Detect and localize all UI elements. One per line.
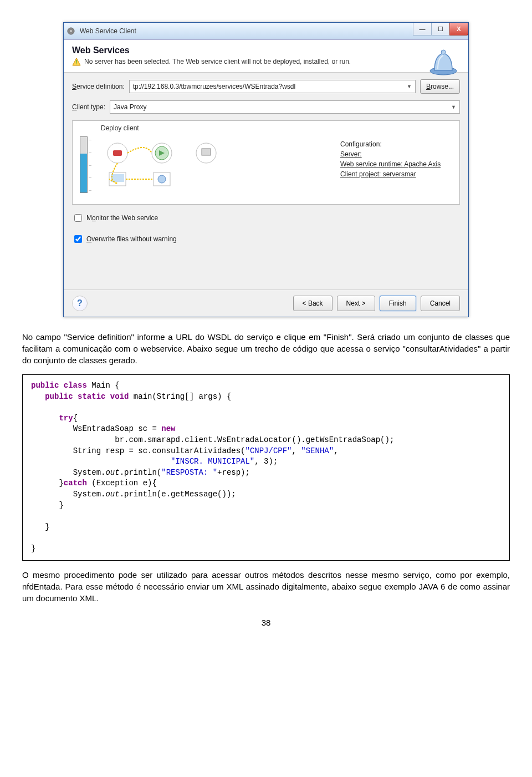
config-server-link[interactable]: Server: (340, 150, 454, 158)
warning-text: No server has been selected. The Web ser… (84, 58, 351, 65)
svg-rect-11 (202, 149, 211, 155)
deploy-slider[interactable]: ––––– (80, 136, 88, 193)
svg-point-1 (70, 30, 72, 32)
wizard-dialog: Web Service Client — ☐ X Web Services ! … (63, 22, 469, 317)
svg-text:!: ! (75, 59, 77, 65)
paragraph-1: No campo "Service definition" informe a … (22, 331, 510, 366)
help-icon[interactable]: ? (72, 296, 88, 311)
overwrite-label: Overwrite files without warning (86, 235, 177, 243)
service-def-input[interactable]: tp://192.168.0.3/tbwmcruzes/services/WSE… (129, 80, 416, 93)
close-button[interactable]: X (449, 23, 468, 35)
bell-icon (427, 45, 460, 76)
maximize-button[interactable]: ☐ (431, 23, 450, 35)
button-bar: ? < Back Next > Finish Cancel (64, 290, 468, 317)
overwrite-checkbox-row[interactable]: Overwrite files without warning (72, 231, 460, 247)
config-runtime-link[interactable]: Web service runtime: Apache Axis (340, 160, 454, 168)
client-type-label: Client type: (72, 103, 105, 111)
chevron-down-icon[interactable]: ▼ (451, 104, 456, 110)
page-number: 38 (22, 618, 510, 627)
service-def-label: Service definition: (72, 83, 125, 90)
svg-rect-13 (111, 174, 124, 182)
next-button[interactable]: Next > (337, 296, 375, 311)
minimize-button[interactable]: — (413, 23, 432, 35)
window-title: Web Service Client (80, 27, 136, 35)
cancel-button[interactable]: Cancel (421, 296, 460, 311)
browse-button[interactable]: Browse... (420, 79, 460, 94)
config-title: Configuration: (340, 140, 454, 148)
back-button[interactable]: < Back (293, 296, 332, 311)
svg-point-15 (158, 175, 166, 183)
header-panel: Web Services ! No server has been select… (64, 40, 468, 73)
gear-icon (66, 27, 75, 35)
svg-rect-16 (113, 150, 122, 156)
monitor-checkbox[interactable] (74, 214, 82, 222)
header-title: Web Services (72, 45, 460, 55)
deploy-diagram (101, 136, 223, 195)
paragraph-2: O mesmo procedimento pode ser utilizado … (22, 569, 510, 604)
client-type-select[interactable]: Java Proxy ▼ (110, 100, 460, 114)
code-listing: public class Main { public static void m… (22, 374, 510, 561)
svg-point-5 (441, 50, 446, 54)
finish-button[interactable]: Finish (380, 296, 416, 311)
overwrite-checkbox[interactable] (74, 235, 82, 243)
titlebar[interactable]: Web Service Client — ☐ X (64, 23, 468, 40)
deploy-panel: ––––– Deploy client (72, 120, 460, 205)
warning-icon: ! (72, 58, 81, 67)
monitor-label: Monitor the Web service (86, 214, 158, 222)
deploy-label: Deploy client (101, 124, 329, 132)
chevron-down-icon[interactable]: ▼ (407, 84, 412, 89)
config-project-link[interactable]: Client project: serversmar (340, 170, 454, 178)
monitor-checkbox-row[interactable]: Monitor the Web service (72, 210, 460, 226)
